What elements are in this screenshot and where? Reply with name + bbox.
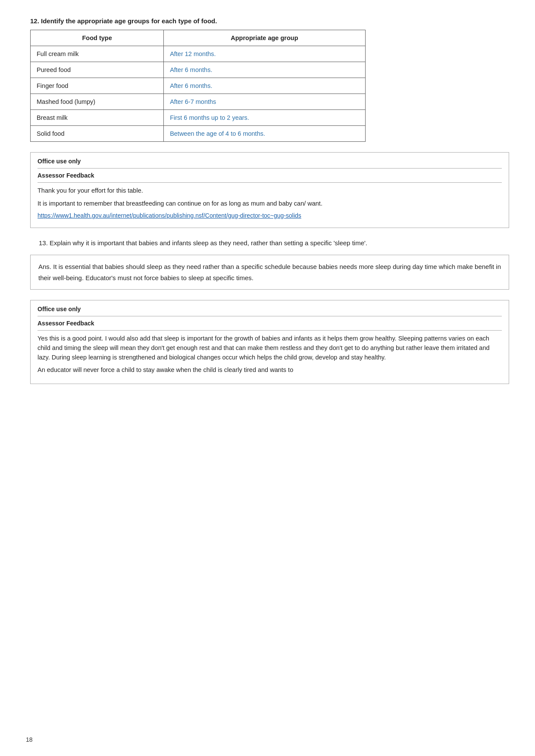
col-header-age: Appropriate age group — [164, 30, 366, 46]
office-content-12-p1: Thank you for your effort for this table… — [38, 186, 502, 196]
answer-box-13: Ans. It is essential that babies should … — [30, 255, 509, 290]
age-cell-3: After 6-7 months — [164, 94, 366, 110]
office-title-13: Office use only — [38, 306, 502, 312]
table-row: Solid foodBetween the age of 4 to 6 mont… — [31, 126, 366, 142]
food-cell-0: Full cream milk — [31, 46, 164, 62]
table-row: Full cream milkAfter 12 months. — [31, 46, 366, 62]
age-cell-0: After 12 months. — [164, 46, 366, 62]
food-cell-4: Breast milk — [31, 110, 164, 126]
question-13-label: 13. Explain why it is important that bab… — [39, 238, 509, 248]
divider-13b — [38, 330, 502, 331]
question-13-number: 13. — [39, 239, 50, 247]
office-content-13-p1: Yes this is a good point. I would also a… — [38, 334, 502, 362]
answer-13-text: Ans. It is essential that babies should … — [38, 263, 501, 281]
food-cell-5: Solid food — [31, 126, 164, 142]
food-cell-2: Finger food — [31, 78, 164, 94]
age-cell-4: First 6 months up to 2 years. — [164, 110, 366, 126]
office-content-12-p2: It is important to remember that breastf… — [38, 199, 502, 209]
table-row: Finger foodAfter 6 months. — [31, 78, 366, 94]
table-row: Pureed foodAfter 6 months. — [31, 62, 366, 78]
office-content-13-p2: An educator will never force a child to … — [38, 366, 502, 375]
office-box-13: Office use only Assessor Feedback Yes th… — [30, 300, 509, 384]
page-number: 18 — [26, 736, 33, 743]
table-row: Mashed food (lumpy)After 6-7 months — [31, 94, 366, 110]
office-subtitle-13: Assessor Feedback — [38, 320, 502, 327]
question-12: 12. Identify the appropriate age groups … — [30, 17, 509, 142]
food-cell-3: Mashed food (lumpy) — [31, 94, 164, 110]
office-link-12[interactable]: https://www1.health.gov.au/internet/publ… — [38, 212, 502, 219]
office-content-13: Yes this is a good point. I would also a… — [38, 334, 502, 375]
food-cell-1: Pureed food — [31, 62, 164, 78]
divider-13 — [38, 316, 502, 316]
divider-12 — [38, 168, 502, 169]
age-cell-1: After 6 months. — [164, 62, 366, 78]
col-header-food: Food type — [31, 30, 164, 46]
office-title-12: Office use only — [38, 158, 502, 165]
age-cell-5: Between the age of 4 to 6 months. — [164, 126, 366, 142]
question-12-label: 12. Identify the appropriate age groups … — [30, 17, 509, 25]
question-13-text: Explain why it is important that babies … — [50, 239, 367, 247]
office-box-12: Office use only Assessor Feedback Thank … — [30, 152, 509, 228]
office-subtitle-12: Assessor Feedback — [38, 172, 502, 179]
table-row: Breast milkFirst 6 months up to 2 years. — [31, 110, 366, 126]
question-13: 13. Explain why it is important that bab… — [30, 238, 509, 248]
divider-12b — [38, 182, 502, 183]
food-type-table: Food type Appropriate age group Full cre… — [30, 30, 366, 142]
office-content-12: Thank you for your effort for this table… — [38, 186, 502, 219]
age-cell-2: After 6 months. — [164, 78, 366, 94]
